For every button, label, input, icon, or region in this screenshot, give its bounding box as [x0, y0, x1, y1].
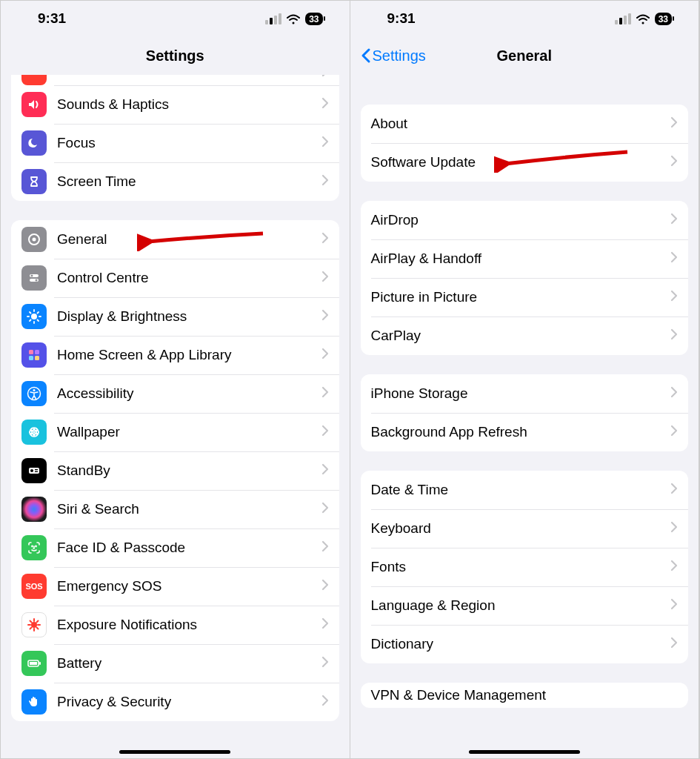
list-item-label: Display & Brightness: [57, 308, 321, 325]
chevron-right-icon: [670, 386, 678, 401]
list-item-datetime[interactable]: Date & Time: [361, 471, 689, 509]
chevron-right-icon: [321, 695, 329, 709]
list-item-about[interactable]: About: [361, 105, 689, 143]
status-bar: 9:31 33: [1, 1, 350, 36]
svg-point-27: [30, 469, 33, 472]
list-item-privacy[interactable]: Privacy & Security: [11, 683, 339, 721]
list-item-airdrop[interactable]: AirDrop: [361, 201, 689, 239]
chevron-right-icon: [321, 75, 329, 80]
svg-line-37: [30, 621, 32, 623]
back-label: Settings: [373, 47, 426, 64]
list-item-label: StandBy: [57, 463, 321, 479]
status-bar: 9:31 33: [350, 1, 699, 36]
list-item-standby[interactable]: StandBy: [11, 451, 339, 490]
list-item-vpn[interactable]: VPN & Device Management: [361, 683, 689, 708]
list-item-airplay[interactable]: AirPlay & Handoff: [361, 239, 689, 278]
status-icons: 33: [265, 13, 322, 25]
svg-point-4: [31, 275, 33, 277]
brightness-icon: [21, 304, 47, 329]
navbar: Settings General: [350, 36, 699, 75]
home-indicator[interactable]: [469, 750, 580, 754]
sos-icon: SOS: [21, 574, 47, 599]
list-item-focus[interactable]: Focus: [11, 124, 339, 162]
wifi-icon: [286, 13, 301, 24]
faceid-icon: [21, 535, 47, 560]
list-item-label: Home Screen & App Library: [57, 347, 321, 363]
battery-icon: 33: [305, 13, 322, 25]
list-item-software-update[interactable]: Software Update: [361, 143, 689, 182]
list-item-accessibility[interactable]: Accessibility: [11, 374, 339, 413]
chevron-right-icon: [321, 656, 329, 671]
svg-rect-43: [30, 662, 37, 665]
list-item-faceid[interactable]: Face ID & Passcode: [11, 528, 339, 567]
settings-group: VPN & Device Management: [361, 683, 689, 708]
list-item-sos[interactable]: SOS Emergency SOS: [11, 567, 339, 606]
list-item-homescreen[interactable]: Home Screen & App Library: [11, 336, 339, 374]
svg-line-13: [30, 320, 31, 322]
controls-icon: [21, 265, 47, 291]
list-item-storage[interactable]: iPhone Storage: [361, 374, 689, 413]
chevron-right-icon: [670, 598, 678, 613]
chevron-right-icon: [321, 386, 329, 401]
settings-group: About Software Update: [361, 105, 689, 182]
svg-point-22: [33, 431, 36, 434]
settings-list[interactable]: Sounds & Haptics Focus Screen Time: [1, 75, 350, 758]
chevron-right-icon: [670, 521, 678, 536]
list-item-label: AirDrop: [371, 212, 671, 228]
list-item-label: CarPlay: [371, 328, 671, 344]
chevron-right-icon: [321, 463, 329, 478]
cellular-icon: [615, 13, 631, 24]
list-item-pip[interactable]: Picture in Picture: [361, 278, 689, 316]
list-item-bgrefresh[interactable]: Background App Refresh: [361, 413, 689, 451]
list-item-label: Keyboard: [371, 520, 671, 537]
chevron-right-icon: [321, 425, 329, 440]
list-item-label: Focus: [57, 135, 321, 151]
chevron-right-icon: [321, 579, 329, 594]
chevron-right-icon: [321, 309, 329, 324]
wallpaper-icon: [21, 420, 47, 445]
svg-rect-29: [35, 471, 38, 472]
list-item-battery[interactable]: Battery: [11, 644, 339, 683]
home-indicator[interactable]: [119, 750, 230, 754]
general-list[interactable]: About Software Update AirDrop AirPlay & …: [350, 75, 699, 758]
svg-point-5: [36, 279, 38, 282]
chevron-right-icon: [670, 213, 678, 228]
list-item-language[interactable]: Language & Region: [361, 586, 689, 625]
svg-point-31: [36, 546, 36, 546]
apps-icon: [21, 342, 47, 368]
list-item-label: About: [371, 116, 671, 132]
navbar: Settings: [1, 36, 350, 75]
list-item[interactable]: [11, 75, 339, 85]
list-item-display[interactable]: Display & Brightness: [11, 297, 339, 336]
list-item-label: Picture in Picture: [371, 289, 671, 305]
chevron-right-icon: [670, 155, 678, 170]
svg-point-1: [33, 238, 36, 242]
list-item-label: Background App Refresh: [371, 424, 671, 440]
svg-rect-28: [35, 469, 38, 470]
list-item-label: VPN & Device Management: [371, 687, 679, 703]
list-item-siri[interactable]: Siri & Search: [11, 490, 339, 528]
list-item-wallpaper[interactable]: Wallpaper: [11, 413, 339, 451]
svg-line-40: [37, 621, 39, 623]
standby-icon: [21, 458, 47, 483]
list-item-general[interactable]: General: [11, 220, 339, 259]
list-item-carplay[interactable]: CarPlay: [361, 316, 689, 355]
svg-line-12: [38, 320, 39, 322]
svg-rect-18: [35, 356, 39, 360]
chevron-right-icon: [321, 348, 329, 362]
list-item-sounds[interactable]: Sounds & Haptics: [11, 85, 339, 124]
list-item-label: Fonts: [371, 559, 671, 575]
chevron-right-icon: [321, 174, 329, 189]
svg-rect-15: [29, 350, 33, 354]
list-item-label: Date & Time: [371, 482, 671, 498]
list-item-control-centre[interactable]: Control Centre: [11, 259, 339, 297]
list-item-screentime[interactable]: Screen Time: [11, 162, 339, 201]
list-item-dictionary[interactable]: Dictionary: [361, 625, 689, 663]
list-item-keyboard[interactable]: Keyboard: [361, 509, 689, 548]
list-item-fonts[interactable]: Fonts: [361, 548, 689, 586]
back-button[interactable]: Settings: [361, 47, 426, 64]
list-item-exposure[interactable]: Exposure Notifications: [11, 606, 339, 644]
moon-icon: [21, 130, 47, 156]
svg-point-30: [32, 546, 33, 546]
gear-icon: [21, 227, 47, 252]
